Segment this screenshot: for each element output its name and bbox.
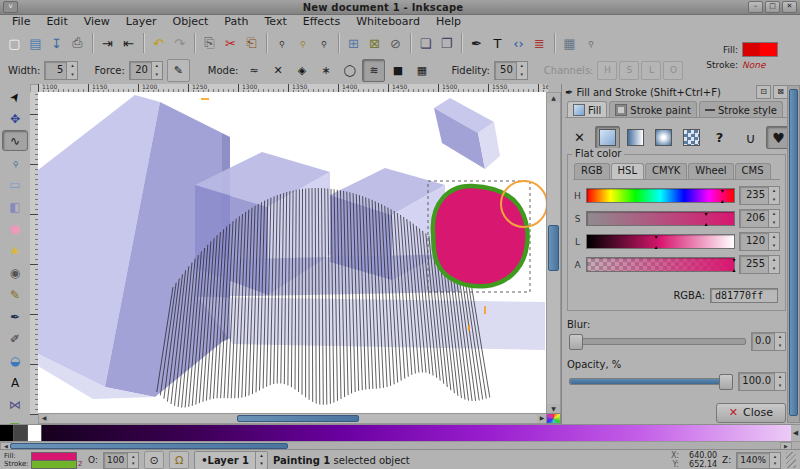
palette-gradient-strip[interactable] [42,425,791,442]
tab-fill[interactable]: Fill [567,101,607,117]
menu-path[interactable]: Path [216,15,256,29]
zoom-spinbox[interactable]: 140%▴▾ [736,452,781,469]
current-layer-combo[interactable]: •Layer 1 ▴▾ [194,451,268,469]
resize-grip[interactable] [786,452,796,468]
unknown-paint-button[interactable]: ? [707,126,732,149]
tweak-mode-push-button[interactable]: ≈ [242,59,265,82]
tool-stroke-value[interactable]: None [742,60,765,70]
fillrule-evenodd-button[interactable]: ∪ [738,126,763,149]
tweak-mode-jitter-button[interactable]: ∗ [314,59,337,82]
slider-marker[interactable]: ▾ [721,188,724,193]
spinbox-h[interactable]: 235▴▾ [739,186,780,205]
print-document-button[interactable]: ⎙ [67,32,88,54]
color-tab-wheel[interactable]: Wheel [688,163,733,179]
redo-button[interactable]: ↷ [169,32,190,54]
tool-zoom[interactable]: ⌕ [2,152,28,173]
no-paint-button[interactable]: ✕ [567,126,592,149]
menu-effects[interactable]: Effects [295,15,348,29]
tool-calligraphy[interactable]: ✐ [2,328,28,349]
tool-text[interactable]: A [2,372,28,393]
palette-swatch[interactable] [0,425,14,442]
scroll-left-icon[interactable]: ◀ [39,414,49,423]
color-tab-cmyk[interactable]: CMYK [645,163,687,179]
duplicate-button[interactable]: ⊞ [343,32,364,54]
rgba-input[interactable]: d81770ff [710,288,778,303]
maximize-button[interactable]: □ [765,1,780,13]
create-clone-button[interactable]: ⊠ [364,32,385,54]
ungroup-button[interactable]: ❐ [436,32,457,54]
tool-node-editor[interactable]: ✥ [2,108,28,129]
menu-edit[interactable]: Edit [38,15,75,29]
close-button[interactable]: ✕ [782,1,797,13]
opacity-slider-thumb[interactable] [719,374,733,390]
force-spinbox[interactable]: 20▴▾ [129,61,163,80]
slider-marker[interactable]: ▴ [655,244,658,249]
slider-marker[interactable]: ▾ [705,211,708,216]
tool-spiral[interactable]: ◉ [2,262,28,283]
tweak-mode-shrink-button[interactable]: ◈ [290,59,313,82]
panel-close-icon[interactable]: ⊠ [773,85,788,99]
opacity-slider[interactable] [569,378,733,385]
tool-bezier-pen[interactable]: ✒ [2,306,28,327]
open-document-button[interactable]: ▤ [25,32,46,54]
slider-s[interactable]: ▾▴ [586,211,735,226]
linear-gradient-button[interactable] [623,126,648,149]
channel-o-button[interactable]: O [663,61,683,80]
panel-detach-icon[interactable]: ⊡ [756,85,771,99]
color-tab-rgb[interactable]: RGB [574,163,610,179]
palette-left-icon[interactable]: ◀ [791,425,800,442]
text-dialog-button[interactable]: T [487,32,508,54]
group-button[interactable]: ❏ [415,32,436,54]
blur-slider-thumb[interactable] [569,334,583,350]
blur-spinbox[interactable]: 0.0▴▾ [751,332,786,351]
spinbox-a[interactable]: 255▴▾ [739,255,780,274]
tool-rectangle[interactable]: ▭ [2,174,28,195]
xml-editor-button[interactable]: ‹› [508,32,529,54]
tool-paint-bucket[interactable]: ◒ [2,350,28,371]
tab-stroke-style[interactable]: Stroke style [699,101,783,117]
menu-object[interactable]: Object [165,15,217,29]
tool-tweak[interactable]: ∿ [2,130,28,151]
menu-layer[interactable]: Layer [118,15,165,29]
spinbox-s[interactable]: 206▴▾ [739,209,780,228]
minimize-button[interactable]: – [748,1,763,13]
unlink-clone-button[interactable]: ⊘ [385,32,406,54]
vertical-scroll-thumb[interactable] [548,225,559,271]
tweak-mode-jitter-color-button[interactable]: ▦ [410,59,433,82]
dock-scroll-thumb[interactable] [789,89,798,416]
layer-lock-button[interactable]: Ω [169,451,189,469]
window-menu-button[interactable]: v [3,1,18,13]
canvas-vertical-scrollbar[interactable]: ▲ ▼ [546,92,561,415]
opacity-spinbox[interactable]: 100.0▴▾ [738,372,786,391]
use-pressure-button[interactable]: ✎ [167,59,190,82]
statusbar-stroke-swatch[interactable] [31,460,77,469]
channel-h-button[interactable]: H [597,61,617,80]
tool-box-3d[interactable]: ◧ [2,196,28,217]
tool-connector[interactable]: ⋈ [2,394,28,415]
cut-button[interactable]: ✂ [220,32,241,54]
slider-marker[interactable]: ▴ [732,267,735,272]
color-tab-hsl[interactable]: HSL [611,163,644,179]
flat-color-button[interactable] [595,126,620,149]
style-indicator[interactable]: Fill: Stroke: 2 [4,452,83,468]
tab-stroke-paint[interactable]: Stroke paint [609,101,697,117]
dock-scrollbar[interactable] [787,85,800,423]
canvas-horizontal-scrollbar[interactable]: ◀ ▶ [38,413,548,424]
menu-file[interactable]: File [4,15,38,29]
tool-selector[interactable]: ➤ [2,86,28,107]
tool-ellipse[interactable]: ● [2,218,28,239]
color-managed-view-icon[interactable] [546,413,561,424]
fill-stroke-dialog-button[interactable]: ✒ [466,32,487,54]
close-dialog-button[interactable]: ✕ Close [716,403,786,423]
scroll-up-icon[interactable]: ▲ [547,93,560,103]
slider-l[interactable]: ▾▴ [586,234,735,249]
zoom-selection-button[interactable]: ⌕ [271,32,292,54]
save-document-button[interactable]: ↧ [46,32,67,54]
channel-s-button[interactable]: S [619,61,639,80]
slider-marker[interactable]: ▴ [721,198,724,203]
paste-button[interactable]: ⎗ [241,32,262,54]
layers-dialog-button[interactable]: ≣ [529,32,550,54]
overlap-band-dark[interactable] [195,254,460,297]
tweak-mode-roughen-button[interactable]: ≋ [362,59,385,82]
zoom-drawing-button[interactable]: ⌕ [292,32,313,54]
